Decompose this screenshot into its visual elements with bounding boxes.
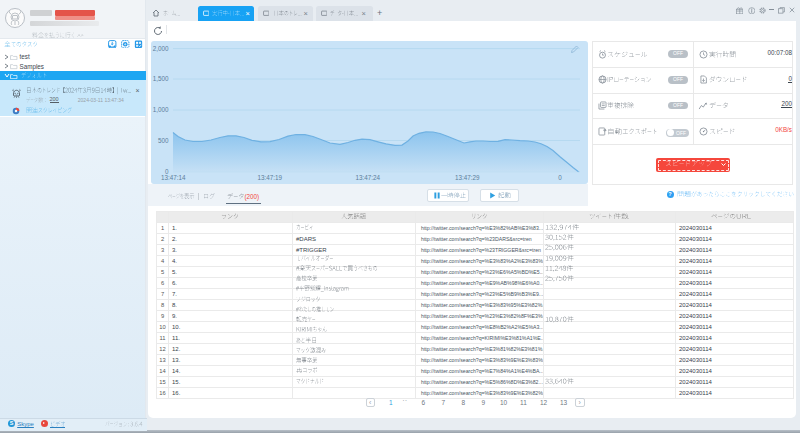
svg-text:2,000: 2,000 [153, 45, 169, 52]
svg-text:13:47:19: 13:47:19 [258, 173, 283, 180]
svg-text:13:47:29: 13:47:29 [455, 173, 480, 180]
svg-text:1,500: 1,500 [153, 75, 169, 82]
svg-text:13:47:24: 13:47:24 [356, 173, 381, 180]
svg-text:500: 500 [158, 136, 169, 143]
svg-text:13:47:14: 13:47:14 [161, 173, 186, 180]
svg-text:0: 0 [558, 173, 562, 180]
svg-text:1,000: 1,000 [153, 106, 169, 113]
